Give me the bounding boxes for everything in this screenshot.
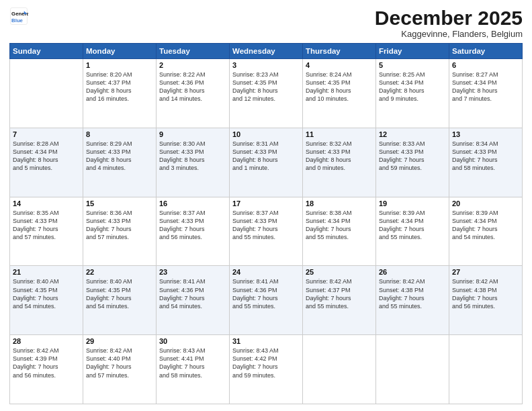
cell-content: Sunrise: 8:22 AM Sunset: 4:36 PM Dayligh…	[159, 71, 226, 103]
logo: General Blue	[9, 7, 28, 26]
calendar-cell: 26Sunrise: 8:42 AM Sunset: 4:38 PM Dayli…	[376, 266, 449, 335]
day-number: 2	[159, 61, 226, 69]
day-number: 3	[232, 61, 300, 69]
calendar-week-row: 7Sunrise: 8:28 AM Sunset: 4:34 PM Daylig…	[10, 128, 523, 197]
cell-content: Sunrise: 8:38 AM Sunset: 4:34 PM Dayligh…	[306, 209, 373, 242]
cell-content: Sunrise: 8:20 AM Sunset: 4:37 PM Dayligh…	[86, 71, 153, 103]
cell-content: Sunrise: 8:42 AM Sunset: 4:38 PM Dayligh…	[452, 277, 519, 310]
logo-icon: General Blue	[9, 7, 28, 26]
day-number: 31	[232, 337, 300, 345]
calendar-cell: 23Sunrise: 8:41 AM Sunset: 4:36 PM Dayli…	[157, 266, 230, 335]
calendar-cell: 14Sunrise: 8:35 AM Sunset: 4:33 PM Dayli…	[10, 197, 83, 266]
cell-content: Sunrise: 8:42 AM Sunset: 4:40 PM Dayligh…	[86, 347, 153, 379]
cell-content: Sunrise: 8:39 AM Sunset: 4:34 PM Dayligh…	[452, 209, 519, 242]
day-number: 9	[159, 130, 226, 138]
day-number: 12	[379, 130, 446, 138]
day-number: 16	[159, 199, 226, 208]
day-number: 26	[379, 268, 446, 276]
calendar-cell: 11Sunrise: 8:32 AM Sunset: 4:33 PM Dayli…	[303, 128, 376, 197]
calendar-week-row: 1Sunrise: 8:20 AM Sunset: 4:37 PM Daylig…	[10, 59, 523, 128]
col-header-wednesday: Wednesday	[230, 44, 303, 59]
calendar-cell	[10, 59, 83, 128]
day-number: 15	[86, 199, 153, 208]
day-number: 7	[13, 130, 80, 138]
cell-content: Sunrise: 8:31 AM Sunset: 4:33 PM Dayligh…	[232, 140, 300, 173]
cell-content: Sunrise: 8:35 AM Sunset: 4:33 PM Dayligh…	[13, 209, 80, 242]
cell-content: Sunrise: 8:43 AM Sunset: 4:41 PM Dayligh…	[159, 347, 226, 379]
cell-content: Sunrise: 8:42 AM Sunset: 4:37 PM Dayligh…	[306, 277, 373, 310]
cell-content: Sunrise: 8:41 AM Sunset: 4:36 PM Dayligh…	[159, 277, 226, 310]
calendar-header-row: SundayMondayTuesdayWednesdayThursdayFrid…	[10, 44, 523, 59]
cell-content: Sunrise: 8:27 AM Sunset: 4:34 PM Dayligh…	[452, 71, 519, 103]
day-number: 11	[306, 130, 373, 138]
calendar-cell: 1Sunrise: 8:20 AM Sunset: 4:37 PM Daylig…	[83, 59, 157, 128]
calendar-cell: 6Sunrise: 8:27 AM Sunset: 4:34 PM Daylig…	[449, 59, 523, 128]
calendar-cell	[376, 335, 449, 404]
col-header-thursday: Thursday	[303, 44, 376, 59]
calendar-cell: 28Sunrise: 8:42 AM Sunset: 4:39 PM Dayli…	[10, 335, 83, 404]
page: General Blue December 2025 Kaggevinne, F…	[0, 0, 532, 411]
calendar-cell: 7Sunrise: 8:28 AM Sunset: 4:34 PM Daylig…	[10, 128, 83, 197]
day-number: 28	[13, 337, 80, 345]
location: Kaggevinne, Flanders, Belgium	[375, 29, 523, 39]
cell-content: Sunrise: 8:30 AM Sunset: 4:33 PM Dayligh…	[159, 140, 226, 173]
calendar-cell: 21Sunrise: 8:40 AM Sunset: 4:35 PM Dayli…	[10, 266, 83, 335]
month-title: December 2025	[375, 7, 523, 29]
calendar-cell: 20Sunrise: 8:39 AM Sunset: 4:34 PM Dayli…	[449, 197, 523, 266]
day-number: 8	[86, 130, 153, 138]
day-number: 29	[86, 337, 153, 345]
day-number: 30	[159, 337, 226, 345]
calendar-cell: 27Sunrise: 8:42 AM Sunset: 4:38 PM Dayli…	[449, 266, 523, 335]
day-number: 13	[452, 130, 519, 138]
calendar-cell: 5Sunrise: 8:25 AM Sunset: 4:34 PM Daylig…	[376, 59, 449, 128]
calendar-cell: 17Sunrise: 8:37 AM Sunset: 4:33 PM Dayli…	[230, 197, 303, 266]
day-number: 20	[452, 199, 519, 208]
cell-content: Sunrise: 8:24 AM Sunset: 4:35 PM Dayligh…	[306, 71, 373, 103]
calendar-week-row: 14Sunrise: 8:35 AM Sunset: 4:33 PM Dayli…	[10, 197, 523, 266]
day-number: 17	[232, 199, 300, 208]
col-header-tuesday: Tuesday	[157, 44, 230, 59]
col-header-friday: Friday	[376, 44, 449, 59]
day-number: 24	[232, 268, 300, 276]
cell-content: Sunrise: 8:33 AM Sunset: 4:33 PM Dayligh…	[379, 140, 446, 173]
calendar-week-row: 21Sunrise: 8:40 AM Sunset: 4:35 PM Dayli…	[10, 266, 523, 335]
day-number: 21	[13, 268, 80, 276]
calendar-cell: 18Sunrise: 8:38 AM Sunset: 4:34 PM Dayli…	[303, 197, 376, 266]
day-number: 1	[86, 61, 153, 69]
calendar-cell: 16Sunrise: 8:37 AM Sunset: 4:33 PM Dayli…	[157, 197, 230, 266]
calendar-cell: 24Sunrise: 8:41 AM Sunset: 4:36 PM Dayli…	[230, 266, 303, 335]
col-header-saturday: Saturday	[449, 44, 523, 59]
cell-content: Sunrise: 8:42 AM Sunset: 4:38 PM Dayligh…	[379, 277, 446, 310]
calendar-cell: 10Sunrise: 8:31 AM Sunset: 4:33 PM Dayli…	[230, 128, 303, 197]
day-number: 4	[306, 61, 373, 69]
title-block: December 2025 Kaggevinne, Flanders, Belg…	[375, 7, 523, 39]
day-number: 5	[379, 61, 446, 69]
cell-content: Sunrise: 8:32 AM Sunset: 4:33 PM Dayligh…	[306, 140, 373, 173]
calendar-cell: 4Sunrise: 8:24 AM Sunset: 4:35 PM Daylig…	[303, 59, 376, 128]
day-number: 14	[13, 199, 80, 208]
cell-content: Sunrise: 8:28 AM Sunset: 4:34 PM Dayligh…	[13, 140, 80, 173]
calendar-cell: 13Sunrise: 8:34 AM Sunset: 4:33 PM Dayli…	[449, 128, 523, 197]
cell-content: Sunrise: 8:41 AM Sunset: 4:36 PM Dayligh…	[232, 277, 300, 310]
calendar-cell: 19Sunrise: 8:39 AM Sunset: 4:34 PM Dayli…	[376, 197, 449, 266]
calendar-cell: 29Sunrise: 8:42 AM Sunset: 4:40 PM Dayli…	[83, 335, 157, 404]
calendar-cell	[449, 335, 523, 404]
cell-content: Sunrise: 8:37 AM Sunset: 4:33 PM Dayligh…	[232, 209, 300, 242]
header: General Blue December 2025 Kaggevinne, F…	[9, 7, 523, 39]
cell-content: Sunrise: 8:37 AM Sunset: 4:33 PM Dayligh…	[159, 209, 226, 242]
calendar-cell: 2Sunrise: 8:22 AM Sunset: 4:36 PM Daylig…	[157, 59, 230, 128]
cell-content: Sunrise: 8:29 AM Sunset: 4:33 PM Dayligh…	[86, 140, 153, 173]
calendar-cell: 15Sunrise: 8:36 AM Sunset: 4:33 PM Dayli…	[83, 197, 157, 266]
cell-content: Sunrise: 8:36 AM Sunset: 4:33 PM Dayligh…	[86, 209, 153, 242]
cell-content: Sunrise: 8:40 AM Sunset: 4:35 PM Dayligh…	[86, 277, 153, 310]
col-header-monday: Monday	[83, 44, 157, 59]
calendar-cell: 22Sunrise: 8:40 AM Sunset: 4:35 PM Dayli…	[83, 266, 157, 335]
cell-content: Sunrise: 8:42 AM Sunset: 4:39 PM Dayligh…	[13, 347, 80, 379]
calendar-week-row: 28Sunrise: 8:42 AM Sunset: 4:39 PM Dayli…	[10, 335, 523, 404]
day-number: 18	[306, 199, 373, 208]
cell-content: Sunrise: 8:39 AM Sunset: 4:34 PM Dayligh…	[379, 209, 446, 242]
calendar-cell: 9Sunrise: 8:30 AM Sunset: 4:33 PM Daylig…	[157, 128, 230, 197]
day-number: 19	[379, 199, 446, 208]
calendar-cell: 8Sunrise: 8:29 AM Sunset: 4:33 PM Daylig…	[83, 128, 157, 197]
day-number: 25	[306, 268, 373, 276]
